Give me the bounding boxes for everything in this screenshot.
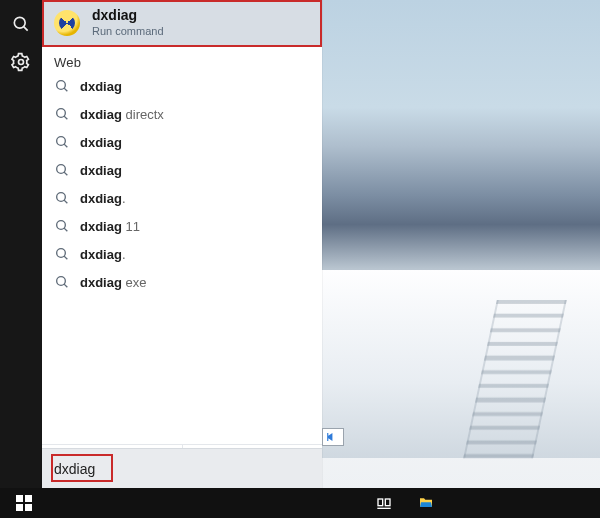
wallpaper-mountains [320, 5, 600, 185]
web-suggestion[interactable]: dxdiag [42, 72, 322, 100]
suggestion-label: dxdiag [80, 135, 122, 150]
task-view-icon [376, 495, 392, 511]
svg-line-14 [64, 229, 67, 232]
section-web-label: Web [42, 47, 322, 72]
best-match-result[interactable]: dxdiag Run command [42, 0, 322, 47]
suggestion-label: dxdiag directx [80, 107, 164, 122]
start-button[interactable] [4, 488, 44, 518]
best-match-title: dxdiag [92, 8, 164, 23]
svg-point-11 [57, 193, 66, 202]
search-icon [54, 78, 70, 94]
suggestion-label: dxdiag [80, 79, 122, 94]
web-suggestion[interactable]: dxdiag. [42, 240, 322, 268]
web-suggestion[interactable]: dxdiag [42, 156, 322, 184]
search-input[interactable] [54, 461, 310, 477]
search-icon [54, 134, 70, 150]
suggestion-label: dxdiag. [80, 247, 126, 262]
best-match-text: dxdiag Run command [92, 8, 164, 37]
svg-point-13 [57, 221, 66, 230]
suggestion-label: dxdiag. [80, 191, 126, 206]
search-icon [54, 246, 70, 262]
search-box[interactable] [42, 448, 322, 488]
svg-line-1 [24, 27, 28, 31]
search-panel: dxdiag Run command Web dxdiagdxdiag dire… [42, 0, 322, 488]
suggestion-label: dxdiag 11 [80, 219, 140, 234]
svg-point-3 [57, 81, 66, 90]
svg-point-9 [57, 165, 66, 174]
svg-line-16 [64, 257, 67, 260]
search-icon [54, 162, 70, 178]
svg-rect-22 [385, 499, 390, 506]
svg-point-15 [57, 249, 66, 258]
suggestion-label: dxdiag exe [80, 275, 146, 290]
svg-line-6 [64, 117, 67, 120]
search-icon [54, 274, 70, 290]
web-suggestion[interactable]: dxdiag. [42, 184, 322, 212]
svg-point-0 [14, 17, 25, 28]
svg-point-7 [57, 137, 66, 146]
web-suggestion[interactable]: dxdiag 11 [42, 212, 322, 240]
web-suggestion[interactable]: dxdiag directx [42, 100, 322, 128]
search-icon [54, 190, 70, 206]
svg-line-4 [64, 89, 67, 92]
web-suggestion[interactable]: dxdiag [42, 128, 322, 156]
svg-point-5 [57, 109, 66, 118]
web-suggestion[interactable]: dxdiag exe [42, 268, 322, 296]
taskbar [0, 488, 600, 518]
svg-line-8 [64, 145, 67, 148]
svg-rect-21 [378, 499, 383, 506]
feedback-button[interactable] [322, 428, 344, 446]
search-rail [0, 0, 42, 488]
file-explorer-icon [418, 495, 434, 511]
svg-line-10 [64, 173, 67, 176]
search-icon[interactable] [11, 14, 31, 34]
suggestion-label: dxdiag [80, 163, 122, 178]
dxdiag-icon [54, 10, 80, 36]
best-match-subtitle: Run command [92, 25, 164, 37]
feedback-flag-icon [326, 431, 340, 443]
search-icon [54, 106, 70, 122]
gear-icon[interactable] [11, 52, 31, 72]
web-suggestions: dxdiagdxdiag directxdxdiagdxdiagdxdiag.d… [42, 72, 322, 444]
svg-point-2 [19, 60, 24, 65]
svg-line-18 [64, 285, 67, 288]
search-icon [54, 218, 70, 234]
file-explorer-button[interactable] [406, 488, 446, 518]
wallpaper-snow [320, 270, 600, 458]
task-view-button[interactable] [364, 488, 404, 518]
svg-line-12 [64, 201, 67, 204]
svg-point-17 [57, 277, 66, 286]
windows-logo-icon [16, 495, 32, 511]
